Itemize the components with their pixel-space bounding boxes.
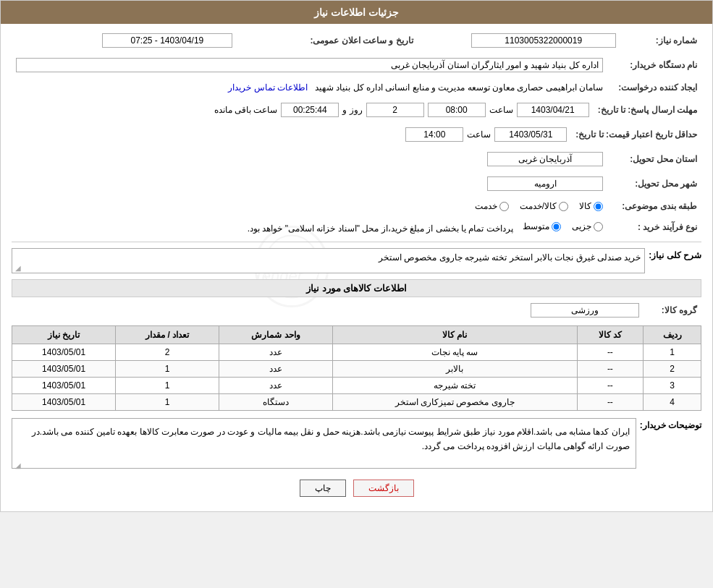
mohlat-label: مهلت ارسال پاسخ: تا تاریخ: bbox=[594, 101, 701, 119]
tarikhAlan-label: تاریخ و ساعت اعلان عمومی: bbox=[237, 31, 418, 50]
cell-kod: -- bbox=[577, 344, 644, 360]
table-row: 2 -- بالابر عدد 1 1403/05/01 bbox=[12, 360, 701, 377]
table-row: 3 -- تخته شیرجه عدد 1 1403/05/01 bbox=[12, 377, 701, 393]
cell-kod: -- bbox=[577, 393, 644, 410]
tozihat-content: ایران کدها مشابه می باشد.اقلام مورد نیاز… bbox=[12, 418, 636, 469]
col-name: نام کالا bbox=[332, 325, 577, 344]
shahr-label: شهر محل تحویل: bbox=[607, 174, 701, 193]
radio-motavaset[interactable]: متوسط bbox=[523, 221, 561, 231]
cell-name: جاروی مخصوص تمیزکاری استخر bbox=[332, 393, 577, 410]
tozihat-value: ایران کدها مشابه می باشد.اقلام مورد نیاز… bbox=[32, 427, 630, 451]
ostan-value: آذربایجان غربی bbox=[487, 152, 603, 166]
chap-button[interactable]: چاپ bbox=[300, 480, 346, 497]
footer-buttons: چاپ بازگشت bbox=[12, 480, 701, 497]
radio-khedmat[interactable]: خدمت bbox=[475, 201, 509, 211]
mohlat-saat: 08:00 bbox=[428, 103, 486, 117]
hadaqal-date: 1403/05/31 bbox=[494, 127, 567, 142]
page-title: جزئیات اطلاعات نیاز bbox=[314, 7, 399, 18]
noeFarayand-note: پرداخت تمام یا بخشی از مبلغ خرید،از محل … bbox=[248, 223, 513, 234]
kala-section-title: اطلاعات کالاهای مورد نیاز bbox=[12, 279, 701, 297]
col-tarikh: تاریخ نیاز bbox=[12, 325, 116, 344]
shomareNiaz-label: شماره نیاز: bbox=[620, 31, 701, 50]
radio-kalaKhedmat[interactable]: کالا/خدمت bbox=[520, 201, 568, 211]
cell-tedad: 1 bbox=[116, 377, 219, 393]
cell-tedad: 2 bbox=[116, 344, 219, 360]
namDastgah-label: نام دستگاه خریدار: bbox=[607, 56, 701, 74]
tarikhAlan-value: 1403/04/19 - 07:25 bbox=[102, 33, 232, 48]
cell-radif: 2 bbox=[644, 360, 701, 377]
table-row: 1 -- سه پایه نجات عدد 2 1403/05/01 bbox=[12, 344, 701, 360]
gorohKala-label: گروه کالا: bbox=[644, 301, 701, 320]
tozihat-section: توضیحات خریدار: ایران کدها مشابه می باشد… bbox=[12, 418, 701, 469]
cell-kod: -- bbox=[577, 377, 644, 393]
cell-tarikh: 1403/05/01 bbox=[12, 393, 116, 410]
cell-tedad: 1 bbox=[116, 360, 219, 377]
cell-name: تخته شیرجه bbox=[332, 377, 577, 393]
page-header: جزئیات اطلاعات نیاز bbox=[1, 1, 712, 24]
ostan-label: استان محل تحویل: bbox=[607, 150, 701, 169]
cell-vahed: عدد bbox=[219, 360, 333, 377]
hadaqal-label: حداقل تاریخ اعتبار قیمت: تا تاریخ: bbox=[571, 125, 701, 144]
mohlat-baqi: 00:25:44 bbox=[281, 103, 339, 117]
col-tedad: تعداد / مقدار bbox=[116, 325, 219, 344]
sharh-content: خرید صندلی غیرق نجات بالابر استخر تخته ش… bbox=[12, 248, 645, 273]
cell-tarikh: 1403/05/01 bbox=[12, 377, 116, 393]
sharh-value: خرید صندلی غیرق نجات بالابر استخر تخته ش… bbox=[379, 252, 641, 263]
radio-jozi[interactable]: جزیی bbox=[572, 221, 603, 231]
col-kod: کد کالا bbox=[577, 325, 644, 344]
cell-tedad: 1 bbox=[116, 393, 219, 410]
mohlat-date: 1403/04/21 bbox=[517, 103, 589, 117]
ijadKonande-label: ایجاد کننده درخواست: bbox=[607, 80, 701, 95]
cell-vahed: دستگاه bbox=[219, 393, 333, 410]
radio-kala[interactable]: کالا bbox=[579, 201, 603, 211]
shomareNiaz-value: 1103005322000019 bbox=[471, 33, 616, 48]
goods-table: ردیف کد کالا نام کالا واحد شمارش تعداد /… bbox=[12, 325, 701, 411]
resize-handle[interactable]: ◢ bbox=[14, 264, 21, 271]
cell-tarikh: 1403/05/01 bbox=[12, 344, 116, 360]
cell-name: بالابر bbox=[332, 360, 577, 377]
cell-vahed: عدد bbox=[219, 377, 333, 393]
hadaqal-saat: 14:00 bbox=[405, 127, 463, 142]
baqi-label: ساعت باقی مانده bbox=[214, 105, 278, 115]
saat-label: ساعت bbox=[489, 105, 513, 115]
col-vahed: واحد شمارش bbox=[219, 325, 333, 344]
roz-label: روز و bbox=[342, 105, 362, 115]
table-row: 4 -- جاروی مخصوص تمیزکاری استخر دستگاه 1… bbox=[12, 393, 701, 410]
shahr-value: ارومیه bbox=[487, 176, 603, 191]
tozihat-resize[interactable]: ◢ bbox=[14, 459, 21, 466]
hadaqal-saat-label: ساعت bbox=[467, 129, 491, 140]
cell-vahed: عدد bbox=[219, 344, 333, 360]
cell-radif: 4 bbox=[644, 393, 701, 410]
tozihat-label: توضیحات خریدار: bbox=[640, 418, 701, 430]
ijadKonande-value: سامان ابراهیمی حصاری معاون توسعه مدیریت … bbox=[315, 82, 603, 93]
col-radif: ردیف bbox=[644, 325, 701, 344]
cell-radif: 1 bbox=[644, 344, 701, 360]
gorohKala-value: ورزشی bbox=[531, 303, 639, 318]
noeFarayand-label: نوع فرآیند خرید : bbox=[607, 219, 701, 236]
cell-radif: 3 bbox=[644, 377, 701, 393]
sharh-section: شرح کلی نیاز: خرید صندلی غیرق نجات بالاب… bbox=[12, 248, 701, 273]
bazgasht-button[interactable]: بازگشت bbox=[353, 480, 414, 497]
cell-tarikh: 1403/05/01 bbox=[12, 360, 116, 377]
tabaghebandi-label: طبقه بندی موضوعی: bbox=[607, 199, 701, 213]
mohlat-roz: 2 bbox=[366, 103, 424, 117]
namDastgah-value: اداره کل بنیاد شهید و امور ایثارگران است… bbox=[16, 58, 603, 72]
cell-kod: -- bbox=[577, 360, 644, 377]
tamas-khardar-link[interactable]: اطلاعات تماس خریدار bbox=[228, 82, 308, 93]
cell-name: سه پایه نجات bbox=[332, 344, 577, 360]
sharh-label: شرح کلی نیاز: bbox=[649, 248, 701, 260]
